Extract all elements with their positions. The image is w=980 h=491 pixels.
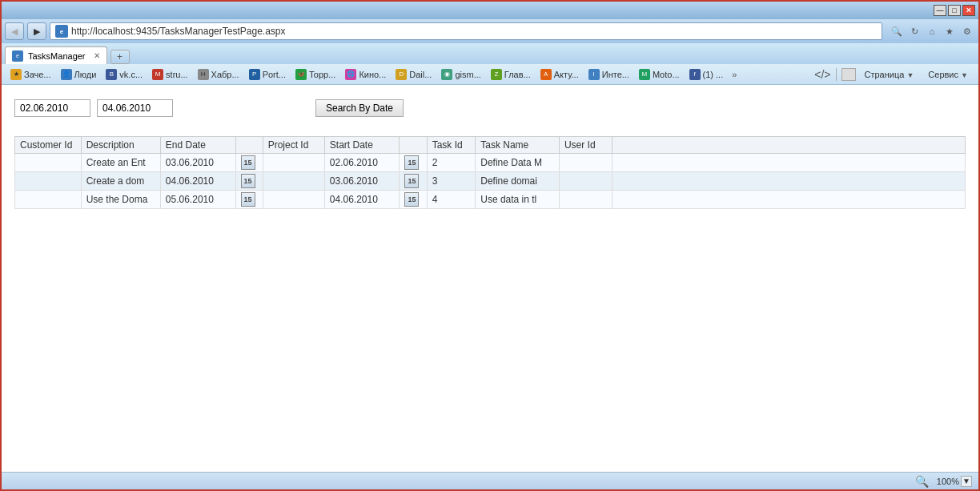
bookmark-lyudi[interactable]: 👤 Люди (57, 67, 101, 82)
cell-end-date: 03.06.2010 (160, 154, 235, 172)
close-button[interactable]: ✕ (962, 5, 975, 16)
cell-end-date-cal[interactable]: 15 (235, 154, 263, 172)
col-task-name: Task Name (476, 137, 560, 154)
bookmark-icon: 🦋 (295, 69, 307, 80)
address-bar[interactable]: e http://localhost:9435/TasksManagerTest… (50, 22, 882, 40)
cell-task-name: Define Data M (476, 154, 560, 172)
forward-button[interactable]: ▶ (27, 22, 46, 40)
bookmark-icon: 👤 (61, 69, 72, 80)
code-icon-area: </> (814, 68, 830, 81)
browser-window: — □ ✕ ◀ ▶ e http://localhost:9435/TasksM… (0, 0, 980, 491)
bookmark-stru[interactable]: M stru... (148, 67, 192, 82)
bookmark-icon: Z (491, 69, 502, 80)
cell-customer-id (15, 154, 82, 172)
star-icon[interactable]: ★ (942, 23, 958, 39)
cell-start-date: 03.06.2010 (324, 172, 400, 191)
cell-start-date-cal[interactable]: 15 (400, 191, 427, 209)
cell-description: Create an Ent (81, 154, 160, 172)
bookmark-moto[interactable]: M Moto... (635, 67, 684, 82)
bookmark-glav[interactable]: Z Глав... (487, 67, 535, 82)
calendar-button[interactable]: 15 (241, 155, 255, 170)
col-customer-id: Customer Id (15, 137, 82, 154)
table-header-row: Customer Id Description End Date Project… (15, 137, 966, 154)
cell-end-date-cal[interactable]: 15 (235, 172, 263, 191)
bookmark-gism[interactable]: ◉ gism... (437, 67, 484, 82)
service-dropdown-icon: ▼ (961, 71, 968, 79)
cell-start-date-cal[interactable]: 15 (400, 172, 427, 191)
bookmark-port[interactable]: P Port... (245, 67, 290, 82)
table-row: Use the Doma 05.06.2010 15 04.06.2010 15… (15, 191, 966, 209)
cell-description: Create a dom (81, 172, 160, 191)
service-menu-button[interactable]: Сервис ▼ (922, 67, 974, 82)
cell-start-date-cal[interactable]: 15 (400, 154, 427, 172)
bookmark-torr[interactable]: 🦋 Торр... (291, 67, 339, 82)
divider (836, 68, 837, 81)
maximize-button[interactable]: □ (948, 5, 961, 16)
cell-start-date: 02.06.2010 (324, 154, 400, 172)
date-to-input[interactable] (97, 99, 173, 117)
cell-task-name: Use data in tl (476, 191, 560, 209)
calendar-button[interactable]: 15 (241, 174, 255, 188)
page-menu-button[interactable]: Страница ▼ (859, 67, 920, 82)
bookmark-dail[interactable]: D Dail... (392, 67, 436, 82)
bookmark-icon: M (152, 69, 163, 80)
bookmark-aktu[interactable]: A Акту... (536, 67, 583, 82)
search-icon[interactable]: 🔍 (889, 23, 905, 39)
cell-project-id (263, 191, 324, 209)
tab-tasksmanager[interactable]: e TasksManager ✕ (5, 46, 107, 64)
search-by-date-button[interactable]: Search By Date (315, 99, 404, 117)
minimize-button[interactable]: — (934, 5, 946, 16)
cell-end-date-cal[interactable]: 15 (235, 191, 263, 209)
service-menu-label: Сервис (928, 70, 958, 79)
bookmark-icon: I (588, 69, 600, 80)
cell-extra (612, 191, 966, 209)
bookmark-inte[interactable]: I Инте... (584, 67, 633, 82)
bookmark-habr[interactable]: H Хабр... (194, 67, 243, 82)
bookmark-label: Кино... (359, 70, 386, 79)
col-user-id: User Id (559, 137, 612, 154)
calendar-button[interactable]: 15 (404, 155, 419, 170)
bookmark-icon: ★ (10, 69, 22, 80)
bookmark-icon: B (106, 69, 117, 80)
bookmark-zache[interactable]: ★ Заче... (6, 67, 55, 82)
calendar-button[interactable]: 15 (241, 192, 255, 207)
cell-task-id: 4 (427, 191, 476, 209)
back-button[interactable]: ◀ (5, 22, 24, 40)
nav-right-buttons: 🔍 ↻ ⌂ ★ ⚙ (889, 23, 975, 39)
col-end-date-cal (235, 137, 263, 154)
tasks-table: Customer Id Description End Date Project… (14, 136, 966, 209)
refresh-icon[interactable]: ↻ (906, 23, 922, 39)
bookmark-icon: f (689, 69, 701, 80)
new-tab-button[interactable]: + (110, 50, 130, 64)
home-icon[interactable]: ⌂ (924, 23, 940, 39)
bookmark-vk[interactable]: B vk.c... (102, 67, 147, 82)
col-start-date: Start Date (324, 137, 400, 154)
bookmark-icon: P (249, 69, 260, 80)
cell-customer-id (15, 172, 82, 191)
col-task-id: Task Id (427, 137, 476, 154)
bookmark-kino[interactable]: 🌐 Кино... (341, 67, 390, 82)
table-row: Create a dom 04.06.2010 15 03.06.2010 15… (15, 172, 966, 191)
tools-icon[interactable]: ⚙ (959, 23, 975, 39)
cell-task-name: Define domai (476, 172, 560, 191)
bookmark-label: Инте... (602, 70, 629, 79)
bookmark-icon: A (540, 69, 552, 80)
bookmark-fb[interactable]: f (1) ... (685, 67, 728, 82)
cell-user-id (559, 154, 612, 172)
bookmark-label: vk.c... (119, 70, 143, 79)
zoom-control: 100% ▼ (937, 476, 972, 487)
cell-extra (612, 154, 966, 172)
tab-close-button[interactable]: ✕ (94, 51, 100, 60)
bookmark-label: stru... (166, 70, 188, 79)
cell-end-date: 04.06.2010 (160, 172, 235, 191)
bookmark-icon: ◉ (441, 69, 452, 80)
bookmarks-more-button[interactable]: » (729, 68, 740, 81)
zoom-label: 100% (937, 477, 959, 486)
calendar-button[interactable]: 15 (404, 192, 419, 207)
cell-end-date: 05.06.2010 (160, 191, 235, 209)
calendar-button[interactable]: 15 (404, 174, 419, 188)
status-bar: 🔍 100% ▼ (2, 472, 978, 489)
bookmark-label: Глав... (504, 70, 531, 79)
date-from-input[interactable] (14, 99, 90, 117)
zoom-dropdown-button[interactable]: ▼ (961, 476, 972, 487)
